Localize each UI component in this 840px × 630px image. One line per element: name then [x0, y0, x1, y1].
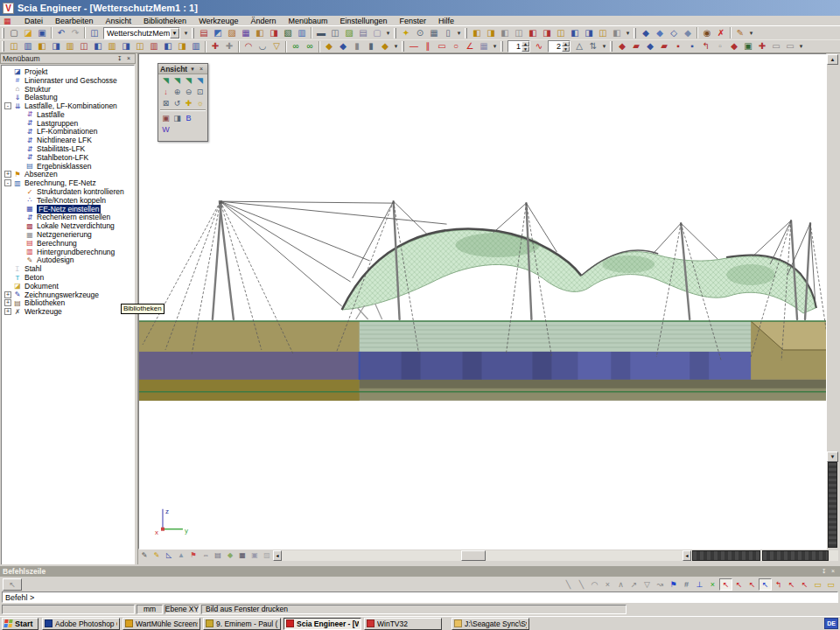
- result-icon[interactable]: ▭: [783, 40, 797, 53]
- render-icon[interactable]: ▣: [248, 550, 261, 561]
- chart-icon[interactable]: ▲: [175, 550, 187, 561]
- expand-toggle[interactable]: -: [4, 179, 11, 186]
- tree-item[interactable]: ⇵ Nichtlineare LFK: [2, 136, 134, 144]
- snap-line-icon[interactable]: ╲: [562, 578, 575, 591]
- view-cube-icon[interactable]: ◆: [639, 26, 653, 39]
- draw-polyline-icon[interactable]: ∥: [421, 40, 435, 53]
- tree-item[interactable]: ∴ Teile/Knoten koppeln: [2, 196, 134, 205]
- tree-item[interactable]: ⇓ Belastung: [2, 93, 134, 102]
- toolbar-grip[interactable]: [465, 28, 467, 38]
- select-add-icon[interactable]: ↖: [732, 578, 746, 591]
- filter-icon[interactable]: ▥: [21, 40, 35, 53]
- ratio-icon[interactable]: ⇅: [586, 40, 600, 53]
- brush-icon[interactable]: ✎: [733, 26, 747, 39]
- model-3d-view[interactable]: z y x: [138, 53, 827, 550]
- zoom-out-icon[interactable]: ⊖: [183, 86, 194, 97]
- more-icon[interactable]: ▾: [182, 30, 190, 37]
- coord-icon[interactable]: ◆: [378, 40, 392, 53]
- scale-icon[interactable]: △: [572, 40, 586, 53]
- menu-item[interactable]: Fenster: [394, 16, 433, 26]
- tree-item[interactable]: ⇵ Lastgruppen: [2, 119, 134, 128]
- calculator-icon[interactable]: ▦: [427, 26, 441, 39]
- activity-icon[interactable]: ◨: [540, 26, 554, 39]
- result-icon[interactable]: ▰: [657, 40, 671, 53]
- palette-header[interactable]: Ansicht ▾ ×: [158, 64, 207, 74]
- menu-item[interactable]: Werkzeuge: [192, 16, 244, 26]
- more-icon[interactable]: ▾: [491, 43, 499, 50]
- tree-item[interactable]: ✓ Strukturdaten kontrollieren: [2, 187, 134, 196]
- activity-icon[interactable]: ◨: [484, 26, 498, 39]
- activity-icon[interactable]: ◧: [526, 26, 540, 39]
- result-icon[interactable]: ◆: [727, 40, 741, 53]
- menu-item[interactable]: Bearbeiten: [49, 16, 100, 26]
- draw-grid-icon[interactable]: ▦: [477, 40, 491, 53]
- named-view-icon[interactable]: B: [183, 112, 194, 123]
- delete-icon[interactable]: ✗: [714, 26, 728, 39]
- snap-end-icon[interactable]: ↗: [627, 578, 640, 591]
- save-icon[interactable]: ▣: [35, 26, 49, 39]
- clip-icon[interactable]: ✚: [222, 40, 236, 53]
- filter-icon[interactable]: ▥: [63, 40, 77, 53]
- printer-icon[interactable]: ▤: [212, 550, 224, 561]
- view-x-icon[interactable]: ◥: [160, 74, 172, 86]
- activity-icon[interactable]: ◨: [582, 26, 596, 39]
- expand-toggle[interactable]: +: [4, 299, 11, 306]
- new-icon[interactable]: ▢: [7, 26, 21, 39]
- filter-icon[interactable]: ▥: [147, 40, 161, 53]
- dot-grid-icon[interactable]: #: [680, 578, 693, 591]
- scroll-left-icon[interactable]: ◂: [682, 550, 691, 561]
- active-document-combo[interactable]: WetterschutzMem1 ▼: [103, 27, 180, 39]
- activity-icon[interactable]: ◧: [470, 26, 484, 39]
- zoom-window-icon[interactable]: ⊡: [194, 86, 206, 97]
- tree-item[interactable]: ⇵ Rechenkern einstellen: [2, 214, 134, 222]
- toolbar-grip[interactable]: [2, 41, 4, 52]
- activity-icon[interactable]: ◧: [498, 26, 512, 39]
- clipping-box-icon[interactable]: ▣: [160, 112, 172, 123]
- filter-icon[interactable]: ◫: [133, 40, 147, 53]
- expand-toggle[interactable]: -: [4, 102, 11, 109]
- tree-item[interactable]: ✎ Autodesign: [2, 256, 134, 265]
- scrollbar-dark-thumb[interactable]: [762, 550, 829, 561]
- taskbar-button[interactable]: WinTV32: [364, 618, 442, 630]
- grid-icon[interactable]: ▮: [364, 40, 378, 53]
- tree-item[interactable]: ⇵ Lastfälle: [2, 110, 134, 119]
- document-icon[interactable]: ▢: [370, 26, 384, 39]
- tree-item[interactable]: ⇵ Stahlbeton-LFK: [2, 153, 134, 162]
- view-axo-icon[interactable]: ◥: [194, 74, 206, 86]
- project-icon[interactable]: ▤: [197, 26, 211, 39]
- redo-icon[interactable]: ↷: [68, 26, 82, 39]
- taskbar-button[interactable]: 9. Eminem - Paul (Skit) - ...: [203, 618, 281, 630]
- filter-icon[interactable]: ◫: [7, 40, 21, 53]
- snap-off-icon[interactable]: ×: [601, 578, 614, 591]
- result-icon[interactable]: ▫: [713, 40, 727, 53]
- tree-item[interactable]: ▩ Lokale Netzverdichtung: [2, 221, 134, 230]
- tree-item[interactable]: + ✎ Zeichnungswerkzeuge: [2, 290, 134, 299]
- more-icon[interactable]: ▾: [384, 30, 392, 37]
- image-export-icon[interactable]: ▨: [342, 26, 356, 39]
- select-all-icon[interactable]: ↖: [785, 578, 798, 591]
- mesh-icon[interactable]: ◆: [224, 550, 236, 561]
- filter-icon[interactable]: ◧: [161, 40, 175, 53]
- more-icon[interactable]: ▾: [455, 30, 463, 37]
- view-cube-icon[interactable]: ◆: [681, 26, 695, 39]
- tree-item[interactable]: ◪ Dokument: [2, 282, 134, 290]
- more-icon[interactable]: ▾: [747, 30, 755, 37]
- vertical-scrollbar[interactable]: ▲ ▼: [827, 53, 838, 550]
- hidden-icon[interactable]: ▨: [261, 550, 273, 561]
- horizontal-scrollbar[interactable]: ◂: [282, 550, 838, 561]
- grid-icon[interactable]: ▮: [350, 40, 364, 53]
- more-icon[interactable]: ▾: [600, 43, 608, 50]
- menu-item[interactable]: Einstellungen: [334, 16, 394, 26]
- toolbar-grip[interactable]: [402, 41, 404, 52]
- cursor-mode-button[interactable]: ↖: [3, 578, 22, 591]
- tree-item[interactable]: ◪ Projekt: [2, 67, 134, 76]
- clip-icon[interactable]: ✚: [208, 40, 222, 53]
- taskbar-button[interactable]: Adobe Photoshop CS3 E...: [42, 618, 120, 630]
- combo-dropdown-icon[interactable]: ▼: [170, 28, 179, 38]
- tree-item[interactable]: T Beton: [2, 273, 134, 282]
- scroll-down-icon[interactable]: ▼: [827, 452, 838, 462]
- scale-factor-spinner[interactable]: 2 ▲▼: [548, 40, 570, 52]
- activity-icon[interactable]: ◧: [610, 26, 624, 39]
- menu-item[interactable]: Bibliotheken: [137, 16, 192, 26]
- text-box-icon[interactable]: ▯: [441, 26, 455, 39]
